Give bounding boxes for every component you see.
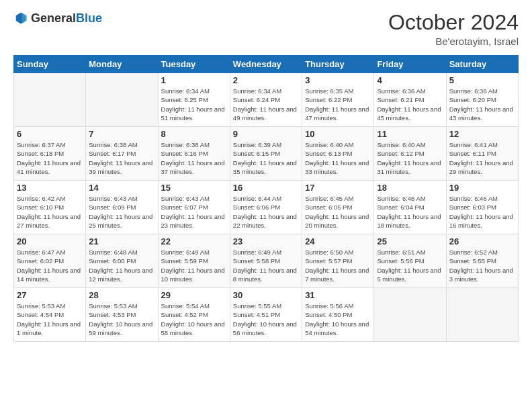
day-number: 14 [89, 183, 154, 193]
day-number: 29 [161, 290, 227, 300]
calendar-cell: 12Sunrise: 6:41 AM Sunset: 6:11 PM Dayli… [446, 127, 518, 181]
calendar-cell: 7Sunrise: 6:38 AM Sunset: 6:17 PM Daylig… [86, 127, 158, 181]
day-info: Sunrise: 6:45 AM Sunset: 6:05 PM Dayligh… [305, 194, 371, 230]
day-info: Sunrise: 6:46 AM Sunset: 6:03 PM Dayligh… [449, 194, 515, 230]
logo: GeneralBlue [13, 11, 102, 26]
day-info: Sunrise: 6:48 AM Sunset: 6:00 PM Dayligh… [89, 248, 154, 283]
day-info: Sunrise: 6:49 AM Sunset: 5:58 PM Dayligh… [233, 248, 299, 283]
day-number: 21 [89, 236, 154, 246]
day-number: 26 [449, 236, 515, 246]
day-info: Sunrise: 6:38 AM Sunset: 6:17 PM Dayligh… [89, 140, 154, 176]
day-info: Sunrise: 6:52 AM Sunset: 5:55 PM Dayligh… [449, 248, 515, 283]
day-info: Sunrise: 6:34 AM Sunset: 6:25 PM Dayligh… [161, 87, 227, 122]
day-info: Sunrise: 6:37 AM Sunset: 6:18 PM Dayligh… [17, 140, 83, 176]
day-number: 31 [305, 290, 371, 300]
day-number: 2 [233, 75, 299, 85]
day-number: 17 [305, 183, 371, 193]
calendar-cell: 28Sunrise: 5:53 AM Sunset: 4:53 PM Dayli… [86, 288, 158, 342]
day-info: Sunrise: 6:50 AM Sunset: 5:57 PM Dayligh… [305, 248, 371, 283]
calendar-cell: 11Sunrise: 6:40 AM Sunset: 6:12 PM Dayli… [374, 127, 446, 181]
calendar-cell: 16Sunrise: 6:44 AM Sunset: 6:06 PM Dayli… [230, 181, 302, 234]
calendar-cell: 8Sunrise: 6:38 AM Sunset: 6:16 PM Daylig… [158, 127, 230, 181]
day-info: Sunrise: 6:41 AM Sunset: 6:11 PM Dayligh… [449, 140, 515, 176]
day-info: Sunrise: 6:44 AM Sunset: 6:06 PM Dayligh… [233, 194, 299, 230]
calendar-cell: 5Sunrise: 6:36 AM Sunset: 6:20 PM Daylig… [446, 73, 518, 127]
day-info: Sunrise: 5:53 AM Sunset: 4:54 PM Dayligh… [17, 302, 83, 337]
calendar-cell: 20Sunrise: 6:47 AM Sunset: 6:02 PM Dayli… [14, 234, 86, 288]
day-number: 22 [161, 236, 227, 246]
col-thursday: Thursday [302, 56, 374, 73]
calendar-cell: 29Sunrise: 5:54 AM Sunset: 4:52 PM Dayli… [158, 288, 230, 342]
day-info: Sunrise: 6:51 AM Sunset: 5:56 PM Dayligh… [377, 248, 443, 283]
calendar-cell: 15Sunrise: 6:43 AM Sunset: 6:07 PM Dayli… [158, 181, 230, 234]
location: Be'erotayim, Israel [388, 36, 519, 47]
day-number: 30 [233, 290, 299, 300]
calendar-cell: 26Sunrise: 6:52 AM Sunset: 5:55 PM Dayli… [446, 234, 518, 288]
header: GeneralBlue October 2024 Be'erotayim, Is… [13, 11, 519, 47]
col-friday: Friday [374, 56, 446, 73]
day-number: 9 [233, 129, 299, 139]
day-info: Sunrise: 6:43 AM Sunset: 6:07 PM Dayligh… [161, 194, 227, 230]
calendar-cell: 13Sunrise: 6:42 AM Sunset: 6:10 PM Dayli… [14, 181, 86, 234]
calendar-cell: 25Sunrise: 6:51 AM Sunset: 5:56 PM Dayli… [374, 234, 446, 288]
day-info: Sunrise: 6:35 AM Sunset: 6:22 PM Dayligh… [305, 87, 371, 122]
calendar-cell: 9Sunrise: 6:39 AM Sunset: 6:15 PM Daylig… [230, 127, 302, 181]
day-number: 25 [377, 236, 443, 246]
calendar-cell [374, 288, 446, 342]
day-info: Sunrise: 6:42 AM Sunset: 6:10 PM Dayligh… [17, 194, 83, 230]
day-number: 7 [89, 129, 154, 139]
day-number: 13 [17, 183, 83, 193]
calendar-cell: 31Sunrise: 5:56 AM Sunset: 4:50 PM Dayli… [302, 288, 374, 342]
calendar-cell: 23Sunrise: 6:49 AM Sunset: 5:58 PM Dayli… [230, 234, 302, 288]
day-info: Sunrise: 6:49 AM Sunset: 5:59 PM Dayligh… [161, 248, 227, 283]
day-info: Sunrise: 6:39 AM Sunset: 6:15 PM Dayligh… [233, 140, 299, 176]
col-wednesday: Wednesday [230, 56, 302, 73]
calendar-cell: 2Sunrise: 6:34 AM Sunset: 6:24 PM Daylig… [230, 73, 302, 127]
calendar-cell: 10Sunrise: 6:40 AM Sunset: 6:13 PM Dayli… [302, 127, 374, 181]
day-info: Sunrise: 6:34 AM Sunset: 6:24 PM Dayligh… [233, 87, 299, 122]
calendar-cell: 6Sunrise: 6:37 AM Sunset: 6:18 PM Daylig… [14, 127, 86, 181]
calendar-cell: 27Sunrise: 5:53 AM Sunset: 4:54 PM Dayli… [14, 288, 86, 342]
day-number: 8 [161, 129, 227, 139]
day-number: 23 [233, 236, 299, 246]
day-number: 24 [305, 236, 371, 246]
col-tuesday: Tuesday [158, 56, 230, 73]
calendar-cell [86, 73, 158, 127]
col-monday: Monday [86, 56, 158, 73]
page: GeneralBlue October 2024 Be'erotayim, Is… [0, 0, 532, 411]
day-info: Sunrise: 6:43 AM Sunset: 6:09 PM Dayligh… [89, 194, 154, 230]
calendar-cell: 18Sunrise: 6:46 AM Sunset: 6:04 PM Dayli… [374, 181, 446, 234]
day-number: 4 [377, 75, 443, 85]
day-info: Sunrise: 6:47 AM Sunset: 6:02 PM Dayligh… [17, 248, 83, 283]
day-number: 20 [17, 236, 83, 246]
calendar-body: 1Sunrise: 6:34 AM Sunset: 6:25 PM Daylig… [14, 73, 519, 342]
calendar-cell: 22Sunrise: 6:49 AM Sunset: 5:59 PM Dayli… [158, 234, 230, 288]
day-number: 12 [449, 129, 515, 139]
day-number: 11 [377, 129, 443, 139]
day-number: 10 [305, 129, 371, 139]
calendar-cell [14, 73, 86, 127]
day-number: 28 [89, 290, 154, 300]
day-info: Sunrise: 5:54 AM Sunset: 4:52 PM Dayligh… [161, 302, 227, 337]
day-info: Sunrise: 5:53 AM Sunset: 4:53 PM Dayligh… [89, 302, 154, 337]
day-number: 27 [17, 290, 83, 300]
day-info: Sunrise: 6:40 AM Sunset: 6:13 PM Dayligh… [305, 140, 371, 176]
calendar-header: Sunday Monday Tuesday Wednesday Thursday… [14, 56, 519, 73]
logo-icon [13, 11, 28, 26]
day-number: 6 [17, 129, 83, 139]
calendar-cell: 24Sunrise: 6:50 AM Sunset: 5:57 PM Dayli… [302, 234, 374, 288]
month-year: October 2024 [388, 11, 519, 34]
day-info: Sunrise: 5:56 AM Sunset: 4:50 PM Dayligh… [305, 302, 371, 337]
calendar-cell: 4Sunrise: 6:36 AM Sunset: 6:21 PM Daylig… [374, 73, 446, 127]
day-info: Sunrise: 6:38 AM Sunset: 6:16 PM Dayligh… [161, 140, 227, 176]
day-info: Sunrise: 6:40 AM Sunset: 6:12 PM Dayligh… [377, 140, 443, 176]
calendar-cell: 21Sunrise: 6:48 AM Sunset: 6:00 PM Dayli… [86, 234, 158, 288]
col-saturday: Saturday [446, 56, 518, 73]
calendar-cell [446, 288, 518, 342]
col-sunday: Sunday [14, 56, 86, 73]
day-number: 5 [449, 75, 515, 85]
day-number: 19 [449, 183, 515, 193]
day-number: 16 [233, 183, 299, 193]
logo-text: GeneralBlue [31, 12, 102, 25]
header-row: Sunday Monday Tuesday Wednesday Thursday… [14, 56, 519, 73]
